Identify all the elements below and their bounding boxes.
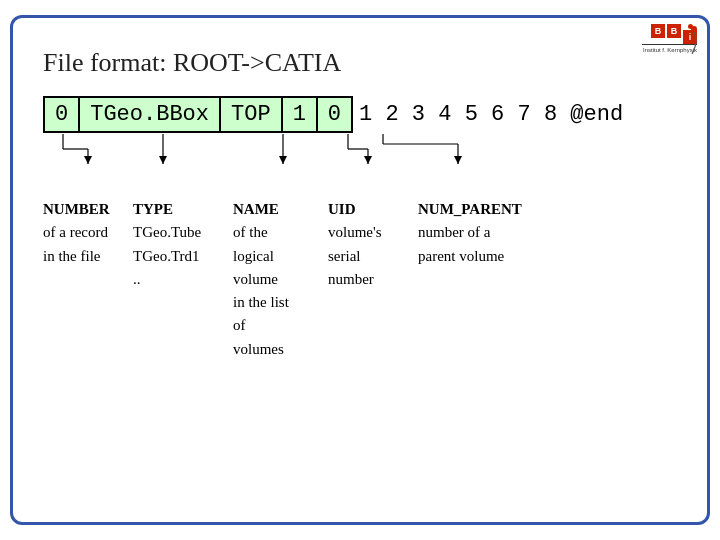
svg-point-0 bbox=[691, 26, 697, 32]
col-uid-header: UID bbox=[328, 198, 418, 221]
format-cell-top: TOP bbox=[221, 96, 283, 133]
logo-decoration bbox=[642, 24, 697, 59]
col-uid: UID volume's serial number bbox=[328, 198, 418, 361]
format-cell-0: 0 bbox=[43, 96, 80, 133]
col-name-row1: of the bbox=[233, 221, 328, 244]
col-numparent: NUM_PARENT number of a parent volume bbox=[418, 198, 558, 361]
col-number-row2: in the file bbox=[43, 245, 133, 268]
svg-marker-6 bbox=[159, 156, 167, 164]
logo-area: B B i Institut f. Kernphysik bbox=[637, 24, 697, 69]
col-name: NAME of the logical volume in the list o… bbox=[233, 198, 328, 361]
svg-marker-8 bbox=[279, 156, 287, 164]
format-rest: 1 2 3 4 5 6 7 8 @end bbox=[353, 102, 623, 127]
svg-marker-4 bbox=[84, 156, 92, 164]
col-name-row3: volume bbox=[233, 268, 328, 291]
col-name-header: NAME bbox=[233, 198, 328, 221]
col-name-row4: in the list bbox=[233, 291, 328, 314]
format-cell-tgeobbox: TGeo.BBox bbox=[80, 96, 221, 133]
page-title: File format: ROOT->CATIA bbox=[43, 48, 677, 78]
format-cell-1: 1 bbox=[283, 96, 318, 133]
columns-section: NUMBER of a record in the file TYPE TGeo… bbox=[43, 198, 677, 361]
format-line: 0 TGeo.BBox TOP 1 0 1 2 3 4 5 6 7 8 @end bbox=[43, 96, 677, 133]
arrows-svg bbox=[43, 134, 693, 194]
col-numparent-row2: parent volume bbox=[418, 245, 558, 268]
col-uid-row1: volume's bbox=[328, 221, 418, 244]
col-type-header: TYPE bbox=[133, 198, 233, 221]
col-number-row1: of a record bbox=[43, 221, 133, 244]
col-type-row2: TGeo.Trd1 bbox=[133, 245, 233, 268]
col-name-row2: logical bbox=[233, 245, 328, 268]
col-name-row5: of bbox=[233, 314, 328, 337]
col-number: NUMBER of a record in the file bbox=[43, 198, 133, 361]
col-name-row6: volumes bbox=[233, 338, 328, 361]
format-cell-0b: 0 bbox=[318, 96, 353, 133]
col-uid-row3: number bbox=[328, 268, 418, 291]
col-type: TYPE TGeo.Tube TGeo.Trd1 .. bbox=[133, 198, 233, 361]
format-section: 0 TGeo.BBox TOP 1 0 1 2 3 4 5 6 7 8 @end bbox=[43, 96, 677, 133]
slide-container: B B i Institut f. Kernphysik File format… bbox=[10, 15, 710, 525]
svg-marker-12 bbox=[364, 156, 372, 164]
col-number-header: NUMBER bbox=[43, 198, 133, 221]
col-type-row3: .. bbox=[133, 268, 233, 291]
col-uid-row2: serial bbox=[328, 245, 418, 268]
col-numparent-row1: number of a bbox=[418, 221, 558, 244]
svg-marker-16 bbox=[454, 156, 462, 164]
col-numparent-header: NUM_PARENT bbox=[418, 198, 558, 221]
col-type-row1: TGeo.Tube bbox=[133, 221, 233, 244]
